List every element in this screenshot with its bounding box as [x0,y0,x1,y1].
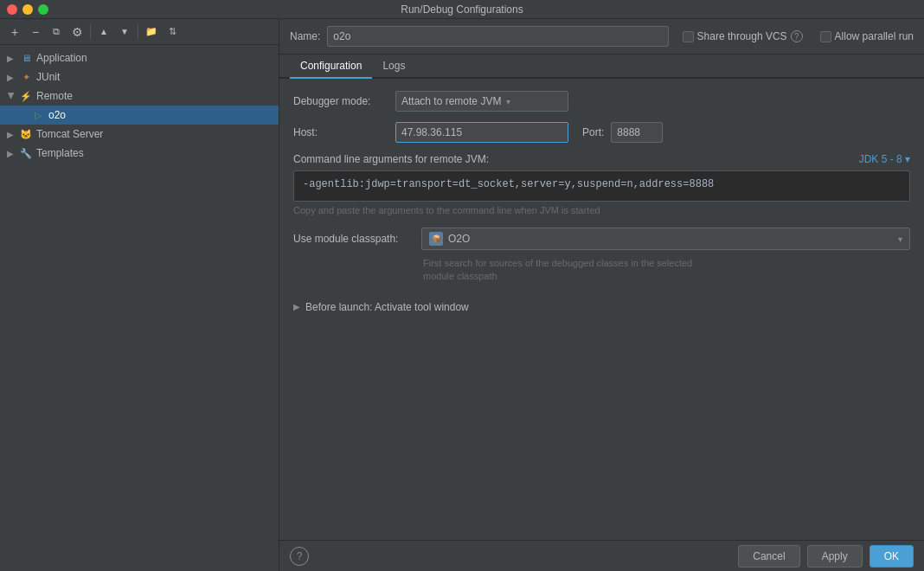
before-launch-label: Before launch: Activate tool window [305,301,469,313]
before-launch-section[interactable]: ▶ Before launch: Activate tool window [293,301,910,313]
expand-icon: ▶ [7,54,16,63]
application-label: Application [36,52,87,64]
traffic-lights [7,4,48,15]
module-dropdown-arrow-icon: ▾ [898,234,902,244]
right-panel: Name: Share through VCS ? Allow parallel… [279,19,924,571]
sidebar-tree: ▶ 🖥 Application ▶ ✦ JUnit ▶ ⚡ Remote ▷ o… [0,45,279,571]
expand-icon: ▶ [7,130,16,139]
module-hint-line1: First search for sources of the debugged… [423,258,692,268]
settings-button[interactable]: ⚙ [67,22,87,42]
name-input[interactable] [327,26,668,47]
sidebar-toolbar: + − ⧉ ⚙ ▲ ▼ 📁 ⇅ [0,19,279,45]
allow-parallel-checkbox[interactable] [820,31,831,42]
cmd-args-header: Command line arguments for remote JVM: J… [293,153,910,165]
main-content: + − ⧉ ⚙ ▲ ▼ 📁 ⇅ ▶ 🖥 Application ▶ ✦ JUni… [0,19,924,571]
dropdown-arrow-icon: ▾ [506,97,510,106]
footer: ? Cancel Apply OK [279,540,924,571]
maximize-button[interactable] [38,4,48,15]
host-input[interactable] [395,122,568,143]
o2o-label: o2o [48,109,66,121]
name-label: Name: [290,30,320,42]
tab-configuration[interactable]: Configuration [290,55,372,79]
application-icon: 🖥 [19,51,33,65]
move-up-button[interactable]: ▲ [94,22,113,42]
new-folder-button[interactable]: 📁 [142,22,161,42]
allow-parallel-label: Allow parallel run [835,30,914,42]
before-launch-chevron-icon: ▶ [293,302,300,311]
port-input[interactable] [611,122,663,143]
share-vcs-row: Share through VCS ? [683,30,803,42]
debugger-mode-row: Debugger mode: Attach to remote JVM ▾ [293,91,910,112]
window-title: Run/Debug Configurations [401,3,523,16]
tomcat-icon: 🐱 [19,127,33,141]
run-icon: ▷ [31,108,45,122]
toolbar-separator-2 [138,25,138,39]
host-label: Host: [293,126,388,138]
sidebar-item-application[interactable]: ▶ 🖥 Application [0,48,279,67]
module-classpath-select[interactable]: 📦 O2O ▾ [421,228,910,250]
sidebar-item-o2o[interactable]: ▷ o2o [0,106,279,125]
ok-button[interactable]: OK [869,545,914,568]
cmd-args-section: Command line arguments for remote JVM: J… [293,153,910,215]
sidebar-item-tomcat[interactable]: ▶ 🐱 Tomcat Server [0,125,279,144]
module-icon: 📦 [429,232,443,246]
sidebar-item-templates[interactable]: ▶ 🔧 Templates [0,144,279,163]
close-button[interactable] [7,4,17,15]
tab-logs[interactable]: Logs [372,55,415,79]
sidebar-item-junit[interactable]: ▶ ✦ JUnit [0,67,279,87]
cancel-button[interactable]: Cancel [738,545,799,568]
remote-label: Remote [36,90,73,102]
expand-icon: ▶ [7,73,16,82]
minimize-button[interactable] [22,4,33,15]
module-hint-line2: module classpath [423,271,497,281]
cmd-args-box: -agentlib:jdwp=transport=dt_socket,serve… [293,170,910,202]
cmd-args-label: Command line arguments for remote JVM: [293,153,489,165]
add-config-button[interactable]: + [5,22,24,42]
apply-button[interactable]: Apply [807,545,863,568]
port-label: Port: [582,126,604,138]
footer-right: Cancel Apply OK [738,545,914,568]
help-button[interactable]: ? [290,547,309,566]
remove-config-button[interactable]: − [26,22,45,42]
copy-config-button[interactable]: ⧉ [47,22,66,42]
jdk-version-link[interactable]: JDK 5 - 8 ▾ [859,153,910,165]
module-classpath-row: Use module classpath: 📦 O2O ▾ [293,228,910,250]
junit-icon: ✦ [19,70,33,84]
footer-left: ? [290,547,309,566]
tomcat-label: Tomcat Server [36,128,103,140]
host-port-row: Host: Port: [293,122,910,143]
junit-label: JUnit [36,71,60,83]
share-vcs-label: Share through VCS [697,30,787,42]
allow-parallel-row: Allow parallel run [820,30,914,42]
title-bar: Run/Debug Configurations [0,0,924,19]
expand-icon: ▶ [7,92,16,100]
module-classpath-label: Use module classpath: [293,233,414,245]
config-body: Debugger mode: Attach to remote JVM ▾ Ho… [279,79,924,540]
debugger-mode-value: Attach to remote JVM [401,95,501,107]
cmd-args-hint: Copy and paste the arguments to the comm… [293,205,910,215]
share-vcs-checkbox[interactable] [683,31,694,42]
sidebar-item-remote[interactable]: ▶ ⚡ Remote [0,87,279,106]
toolbar-separator-1 [90,25,91,39]
tabs-bar: Configuration Logs [279,55,924,79]
debugger-mode-label: Debugger mode: [293,95,388,107]
templates-label: Templates [36,147,84,159]
debugger-mode-select[interactable]: Attach to remote JVM ▾ [395,91,568,112]
share-vcs-help-icon[interactable]: ? [791,30,803,42]
move-down-button[interactable]: ▼ [115,22,134,42]
module-classpath-hint: First search for sources of the debugged… [423,257,910,284]
config-header: Name: Share through VCS ? Allow parallel… [279,19,924,55]
remote-icon: ⚡ [19,89,33,103]
sort-button[interactable]: ⇅ [163,22,182,42]
module-value: O2O [448,233,470,245]
expand-icon: ▶ [7,149,16,158]
templates-icon: 🔧 [19,146,33,160]
sidebar: + − ⧉ ⚙ ▲ ▼ 📁 ⇅ ▶ 🖥 Application ▶ ✦ JUni… [0,19,279,571]
